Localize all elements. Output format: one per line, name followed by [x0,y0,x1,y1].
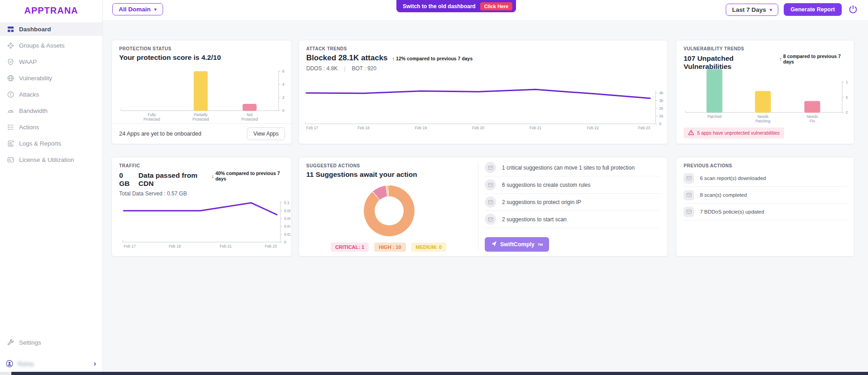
shield-check-icon [7,58,14,65]
dashboard-icon [7,25,14,33]
svg-text:Feb 21: Feb 21 [220,244,232,248]
svg-text:Partially: Partially [194,112,208,117]
sidebar-item-bandwidth[interactable]: Bandwidth [0,104,102,117]
card-label: PROTECTION STATUS [112,40,291,51]
list-item-text: 6 suggestions to create custom rules [502,182,590,188]
svg-text:0: 0 [659,122,661,126]
chevron-right-icon: › [94,360,96,368]
svg-text:Feb 23: Feb 23 [265,244,277,248]
svg-text:Feb 17: Feb 17 [306,126,318,130]
chevron-down-icon: ▾ [770,7,772,12]
list-item[interactable]: 6 suggestions to create custom rules [485,176,660,194]
svg-text:50: 50 [846,95,848,100]
mail-icon [485,214,496,225]
license-card-icon [7,156,14,163]
list-item[interactable]: 1 critical suggestions can move 1 sites … [485,159,660,176]
list-item-text: 7 BDDoS policie(s) updated [700,209,764,214]
horizontal-scrollbar-thumb[interactable] [11,372,868,375]
card-label: PREVIOUS ACTIONS [676,157,854,168]
sidebar-item-groups-assets[interactable]: Groups & Assets [0,39,102,52]
vulnerability-bar-chart: 050100PatchedNeedsPatchingNeedsFix [684,66,848,125]
chevron-down-icon: ▾ [154,7,157,12]
sidebar-item-vulnerability[interactable]: Vulnerability [0,71,102,85]
svg-text:Fix: Fix [810,119,815,123]
list-item: 7 BDDoS policie(s) updated [684,204,847,220]
list-item-text: 6 scan report(s) downloaded [700,175,766,181]
sidebar-item-label: Dashboard [19,26,51,33]
mail-icon [485,162,496,173]
unprotected-apps-warning: 5 apps have unprotected vulnerabilities [684,127,784,138]
apptrana-dashboard: All Domain ▾ Switch to the old dashboard… [0,0,868,375]
banner-text: Switch to the old dashboard [403,3,476,10]
list-item[interactable]: 2 suggestions to start scan [485,211,660,228]
card-label: VULNERABILITY TRENDS [676,40,854,51]
sidebar-item-label: Bandwidth [19,107,48,114]
cdn-data-title: Data passed from CDN [139,171,207,188]
svg-text:Feb 18: Feb 18 [357,126,370,130]
list-item-text: 1 critical suggestions can move 1 sites … [502,165,635,171]
severity-badge: CRITICAL: 1 [331,243,369,252]
previous-actions-list: 6 scan report(s) downloaded8 scan(s) com… [676,168,854,220]
down-arrow-icon: ↓ [212,173,214,179]
generate-report-button[interactable]: Generate Report [784,3,842,16]
svg-text:Not: Not [246,112,253,117]
sidebar-item-waap[interactable]: WAAP [0,55,102,68]
view-apps-button[interactable]: View Apps [247,127,285,140]
sidebar-item-actions[interactable]: Actions [0,120,102,134]
sidebar-item-dashboard[interactable]: Dashboard [0,22,102,36]
sidebar-item-settings[interactable]: Settings [0,336,102,349]
sidebar-item-label: Vulnerability [19,75,52,82]
sidebar-item-logs-reports[interactable]: Logs & Reports [0,136,102,150]
sidebar-item-label: License & Utilization [19,156,74,163]
sidebar-item-attacks[interactable]: Attacks [0,88,102,101]
card-label: ATTACK TRENDS [299,40,667,51]
checklist-icon [7,123,14,131]
banner-click-here-button[interactable]: Click Here [480,2,513,10]
domain-selector-label: All Domain [119,6,151,13]
paper-plane-icon [491,241,497,248]
vertical-divider [478,162,478,252]
svg-text:0.02: 0.02 [284,232,290,237]
top-bar: All Domain ▾ Switch to the old dashboard… [103,0,868,20]
sidebar-bottom: Settings Roma › [0,336,102,370]
power-logout-icon[interactable] [847,4,859,15]
list-item-text: 2 suggestions to protect origin IP [502,199,581,205]
list-item[interactable]: 2 suggestions to protect origin IP [485,194,660,211]
previous-actions-card: PREVIOUS ACTIONS 6 scan report(s) downlo… [676,157,854,257]
suggestions-title: 11 Suggestions await your action [306,170,417,179]
svg-text:1k: 1k [659,114,664,118]
sidebar-item-license-utilization[interactable]: License & Utilization [0,153,102,166]
svg-text:Feb 23: Feb 23 [638,126,651,130]
groups-assets-icon [7,42,14,49]
suggested-actions-card: SUGGESTED ACTIONS 11 Suggestions await y… [299,157,668,257]
svg-text:Feb 20: Feb 20 [472,126,484,130]
user-menu[interactable]: Roma › [0,357,102,370]
svg-text:100: 100 [846,80,848,84]
cdn-data-value: 0 GB [119,171,134,188]
svg-text:Patching: Patching [755,119,770,123]
old-dashboard-banner: Switch to the old dashboard Click Here [396,0,516,12]
vulnerability-delta: ↑ 8 compared to previous 7 days [779,54,847,64]
domain-selector[interactable]: All Domain ▾ [112,3,163,15]
divider: | [344,65,345,72]
date-range-selector[interactable]: Last 7 Days ▾ [726,4,778,16]
top-bar-right: Last 7 Days ▾ Generate Report [726,3,859,16]
alert-circle-icon [7,91,14,98]
sidebar-item-label: WAAP [19,58,37,65]
svg-text:Feb 21: Feb 21 [530,126,542,130]
user-name: Roma [18,360,34,367]
gauge-icon [7,107,14,114]
svg-text:2k: 2k [659,106,664,111]
list-item: 6 scan report(s) downloaded [684,170,847,187]
mail-icon [684,190,694,200]
svg-text:0: 0 [846,110,848,115]
attack-trends-card: ATTACK TRENDS Blocked 28.1K attacks ↑ 12… [299,40,668,144]
svg-text:Patched: Patched [707,114,721,119]
mail-icon [684,207,694,217]
total-data-served: Total Data Served : 0.57 GB [112,188,291,197]
swiftcomply-button[interactable]: SwiftComplyTM [485,237,549,252]
suggestions-donut-chart [364,185,415,236]
ddos-count: DDOS : 4.8K [306,65,338,72]
protection-bar-chart: 0246FullyProtectedPartiallyProtectedNotP… [119,68,285,124]
protection-card-footer: 24 Apps are yet to be onboarded View App… [112,123,291,144]
